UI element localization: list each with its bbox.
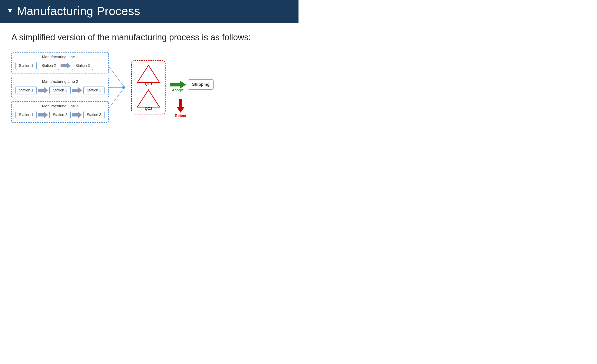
connector-area — [109, 54, 129, 120]
line2-station3: Station 3 — [83, 86, 104, 94]
svg-marker-9 — [137, 90, 160, 107]
qc1-triangle-icon — [136, 64, 161, 84]
line3-station1: Station 1 — [16, 111, 37, 119]
svg-line-7 — [109, 87, 125, 108]
manufacturing-line-1: Manufacturing Line 1 Station 1 Station 2… — [11, 52, 109, 74]
line3-station2: Station 2 — [49, 111, 71, 119]
reject-arrow-icon — [177, 99, 184, 113]
svg-marker-11 — [177, 99, 184, 113]
line1-station1: Station 1 — [16, 62, 37, 70]
manufacturing-line-3: Manufacturing Line 3 Station 1 Station 2… — [11, 101, 109, 123]
connector-svg — [109, 54, 129, 120]
line3-arrow2 — [72, 112, 82, 118]
svg-marker-1 — [38, 87, 48, 93]
line2-stations: Station 1 Station 2 Station 3 — [16, 86, 104, 94]
line2-station2: Station 2 — [49, 86, 71, 94]
line1-arrow — [61, 63, 71, 69]
line3-stations: Station 1 Station 2 Station 3 — [16, 111, 104, 119]
svg-marker-10 — [170, 81, 186, 89]
line2-title: Manufacturing Line 2 — [16, 79, 104, 84]
svg-marker-4 — [72, 112, 82, 118]
svg-marker-0 — [61, 63, 71, 69]
line3-arrow1 — [38, 112, 48, 118]
accept-label: Accept — [172, 88, 183, 92]
svg-marker-2 — [72, 87, 82, 93]
shipping-box: Shipping — [188, 79, 213, 90]
line2-arrow1 — [38, 87, 48, 93]
content-area: A simplified version of the manufacturin… — [0, 23, 298, 132]
line2-arrow2 — [72, 87, 82, 93]
manufacturing-line-2: Manufacturing Line 2 Station 1 Station 2… — [11, 77, 109, 98]
qc1-label: QC1 — [145, 82, 152, 86]
page-title: Manufacturing Process — [17, 4, 140, 18]
header: ▼ Manufacturing Process — [0, 0, 298, 23]
line3-station3: Station 3 — [83, 111, 104, 119]
qc-container: QC1 QC2 — [131, 60, 165, 114]
line2-station1: Station 1 — [16, 86, 37, 94]
outcomes-area: Shipping Accept Reject — [170, 54, 220, 120]
line1-stations: Station 1 Station 2 Station 3 — [16, 62, 104, 70]
line1-station3: Station 3 — [72, 62, 93, 70]
subtitle-text: A simplified version of the manufacturin… — [11, 32, 287, 43]
svg-line-5 — [109, 66, 125, 87]
reject-label: Reject — [175, 114, 186, 118]
header-arrow-icon: ▼ — [7, 7, 13, 15]
qc1-wrapper: QC1 — [136, 64, 161, 86]
accept-arrow-icon — [170, 81, 186, 89]
svg-marker-3 — [38, 112, 48, 118]
svg-marker-8 — [137, 65, 160, 83]
qc2-label: QC2 — [145, 107, 152, 111]
line3-title: Manufacturing Line 3 — [16, 104, 104, 108]
reject-section: Reject — [175, 99, 186, 118]
qc2-wrapper: QC2 — [136, 89, 161, 111]
line1-title: Manufacturing Line 1 — [16, 55, 104, 59]
line1-station2: Station 2 — [38, 62, 59, 70]
qc2-triangle-icon — [136, 89, 161, 108]
process-diagram: Manufacturing Line 1 Station 1 Station 2… — [11, 52, 287, 123]
manufacturing-lines: Manufacturing Line 1 Station 1 Station 2… — [11, 52, 109, 123]
